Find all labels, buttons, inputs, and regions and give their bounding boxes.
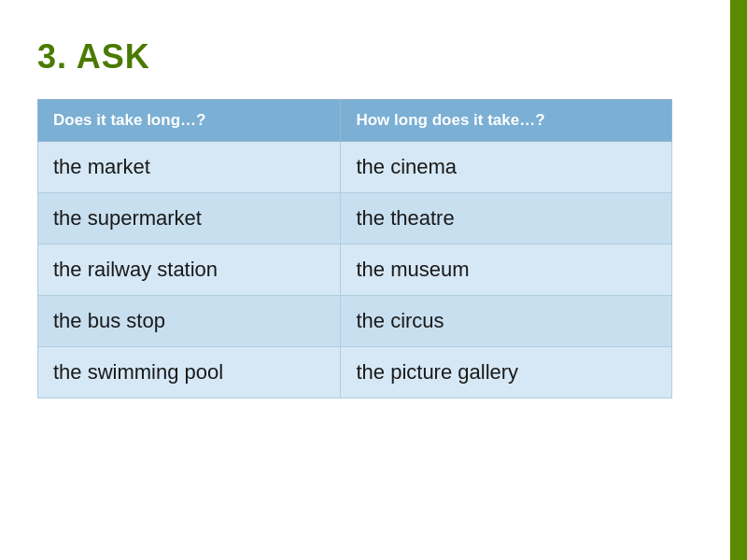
cell-1-0: the supermarket [38, 193, 341, 245]
table-row: the supermarketthe theatre [38, 193, 672, 245]
ask-table: Does it take long…? How long does it tak… [37, 99, 672, 399]
col-header-2: How long does it take…? [341, 100, 672, 142]
cell-3-0: the bus stop [38, 296, 341, 347]
cell-4-0: the swimming pool [38, 347, 341, 399]
col-header-1: Does it take long…? [38, 100, 341, 142]
cell-4-1: the picture gallery [341, 347, 672, 399]
cell-2-1: the museum [341, 245, 672, 296]
cell-2-0: the railway station [38, 245, 341, 296]
cell-3-1: the circus [341, 296, 672, 347]
table-row: the marketthe cinema [38, 142, 672, 193]
table-row: the swimming poolthe picture gallery [38, 347, 672, 399]
page-title: 3. ASK [37, 37, 672, 77]
table-row: the bus stopthe circus [38, 296, 672, 347]
table-row: the railway stationthe museum [38, 245, 672, 296]
green-accent-bar [730, 0, 747, 560]
cell-0-0: the market [38, 142, 341, 193]
cell-1-1: the theatre [341, 193, 672, 245]
header-row: Does it take long…? How long does it tak… [38, 100, 672, 142]
page-content: 3. ASK Does it take long…? How long does… [0, 0, 710, 427]
table-body: the marketthe cinemathe supermarketthe t… [38, 142, 672, 399]
cell-0-1: the cinema [341, 142, 672, 193]
table-header: Does it take long…? How long does it tak… [38, 100, 672, 142]
